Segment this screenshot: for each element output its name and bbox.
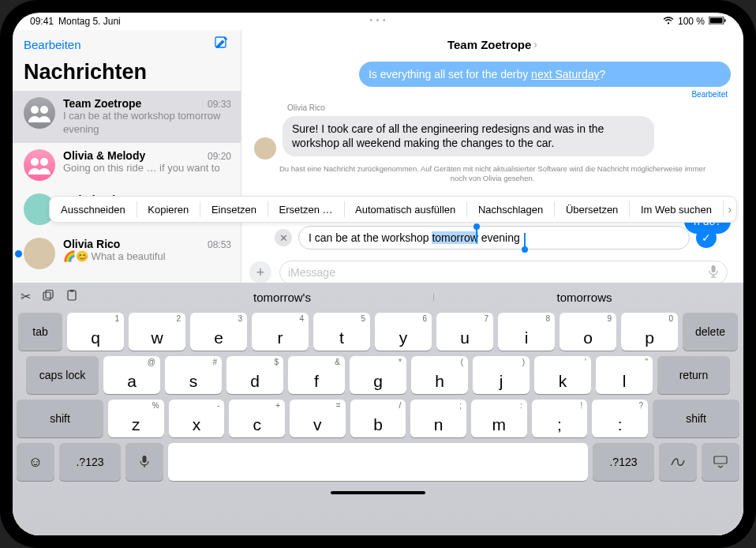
key-w[interactable]: 2w [129, 313, 185, 351]
svg-point-5 [40, 106, 48, 114]
context-replace[interactable]: Ersetzen … [268, 197, 344, 222]
key-f[interactable]: &f [288, 356, 345, 394]
key-n[interactable]: ;n [410, 400, 466, 437]
status-date: Montag 5. Juni [58, 16, 121, 27]
svg-rect-17 [714, 456, 727, 464]
key-e[interactable]: 3e [190, 313, 247, 351]
context-more-icon[interactable]: › [724, 203, 736, 216]
wifi-icon [663, 16, 674, 27]
key-p[interactable]: 0p [621, 313, 678, 351]
status-time: 09:41 [30, 16, 54, 27]
suggestion[interactable]: tomorrow's [131, 291, 433, 304]
numsym-key-right[interactable]: .?123 [593, 443, 654, 481]
svg-rect-11 [43, 292, 51, 300]
compose-button[interactable] [214, 35, 230, 54]
key-d[interactable]: $d [226, 356, 283, 394]
suggestion[interactable]: tomorrows [433, 291, 735, 304]
key-m[interactable]: :m [471, 400, 527, 437]
svg-rect-1 [710, 18, 723, 24]
avatar-icon [24, 149, 55, 181]
handwriting-key[interactable] [659, 443, 697, 481]
shift-key-right[interactable]: shift [653, 400, 739, 437]
key-v[interactable]: =v [290, 400, 346, 437]
avatar-group-icon [24, 97, 55, 129]
chevron-right-icon: › [533, 38, 537, 51]
key-t[interactable]: 5t [313, 313, 370, 351]
key-x[interactable]: -x [169, 400, 225, 437]
avatar-icon [24, 238, 55, 269]
conversation-header[interactable]: Team Zoetrope › [241, 30, 743, 58]
conversation-item[interactable]: Olivia Rico08:53 🌈😊 What a beautiful [13, 231, 241, 276]
key-:[interactable]: ?: [592, 400, 648, 437]
multitask-dots[interactable]: • • • [369, 16, 386, 24]
draft-text-after: evening [478, 231, 520, 244]
link-text[interactable]: next Saturday [531, 68, 599, 81]
context-autofill[interactable]: Automatisch ausfüllen [344, 197, 466, 222]
conversation-time: 08:53 [208, 239, 231, 250]
svg-rect-13 [68, 291, 76, 300]
dictation-key[interactable] [125, 443, 163, 481]
capslock-key[interactable]: caps lock [26, 356, 99, 394]
return-key[interactable]: return [657, 356, 730, 394]
numsym-key-left[interactable]: .?123 [59, 443, 121, 481]
draft-selection[interactable]: tomorrow [432, 231, 477, 244]
context-translate[interactable]: Übersetzen [555, 197, 629, 222]
draft-input[interactable]: I can be at the workshop tomorrow evenin… [298, 226, 690, 250]
key-q[interactable]: 1q [67, 313, 124, 351]
key-j[interactable]: )j [473, 356, 530, 394]
context-copy[interactable]: Kopieren [137, 197, 200, 222]
key-;[interactable]: !; [532, 400, 588, 437]
key-o[interactable]: 9o [560, 313, 616, 351]
key-r[interactable]: 4r [252, 313, 309, 351]
paste-tool-icon[interactable] [65, 289, 78, 305]
key-k[interactable]: 'k [534, 356, 591, 394]
conversation-time: 09:33 [208, 99, 231, 110]
received-message[interactable]: Sure! I took care of all the engineering… [283, 116, 654, 156]
key-a[interactable]: @a [103, 356, 160, 394]
edited-label: Bearbeitet [254, 90, 728, 99]
copy-tool-icon[interactable] [42, 289, 54, 305]
sender-label: Olivia Rico [287, 103, 731, 112]
battery-icon [709, 16, 726, 27]
key-b[interactable]: /b [350, 400, 406, 437]
key-z[interactable]: %z [108, 400, 164, 437]
key-u[interactable]: 7u [436, 313, 493, 351]
svg-point-6 [31, 158, 39, 166]
dismiss-keyboard-key[interactable] [702, 443, 739, 481]
svg-rect-8 [712, 265, 716, 272]
cut-tool-icon[interactable]: ✂ [21, 289, 31, 305]
selection-handle-start-icon[interactable] [476, 229, 477, 243]
conversation-item[interactable]: Olivia & Melody09:20 Going on this ride … [13, 143, 241, 187]
sent-message[interactable]: Is everything all set for the derby next… [359, 62, 731, 87]
key-g[interactable]: *g [350, 356, 406, 394]
conversation-time: 09:20 [208, 151, 231, 162]
close-draft-button[interactable]: ✕ [275, 229, 292, 246]
add-attachment-button[interactable]: + [249, 261, 271, 283]
key-s[interactable]: #s [165, 356, 222, 394]
confirm-edit-button[interactable]: ✓ [696, 227, 717, 248]
key-h[interactable]: (h [411, 356, 468, 394]
svg-point-7 [40, 158, 48, 166]
key-i[interactable]: 8i [498, 313, 555, 351]
context-paste[interactable]: Einsetzen [200, 197, 268, 222]
emoji-key[interactable]: ☺ [17, 443, 54, 481]
context-cut[interactable]: Ausschneiden [50, 197, 137, 222]
key-c[interactable]: +c [229, 400, 285, 437]
tab-key[interactable]: tab [18, 313, 62, 351]
compose-input[interactable]: iMessage [279, 261, 728, 284]
key-y[interactable]: 6y [375, 313, 432, 351]
home-indicator[interactable] [331, 491, 425, 494]
dictation-icon[interactable] [708, 265, 719, 281]
conversation-preview: Going on this ride … if you want to [63, 162, 231, 175]
context-lookup[interactable]: Nachschlagen [467, 197, 554, 222]
space-key[interactable] [168, 443, 588, 481]
key-l[interactable]: "l [596, 356, 653, 394]
delete-key[interactable]: delete [683, 313, 738, 351]
shift-key-left[interactable]: shift [17, 400, 103, 437]
selection-handle-end-icon[interactable] [524, 233, 526, 247]
svg-rect-2 [724, 19, 726, 22]
conversation-title: Team Zoetrope [447, 38, 531, 51]
edit-button[interactable]: Bearbeiten [24, 38, 81, 51]
context-websearch[interactable]: Im Web suchen [630, 197, 723, 222]
conversation-item[interactable]: Team Zoetrope09:33 I can be at the works… [13, 91, 241, 143]
